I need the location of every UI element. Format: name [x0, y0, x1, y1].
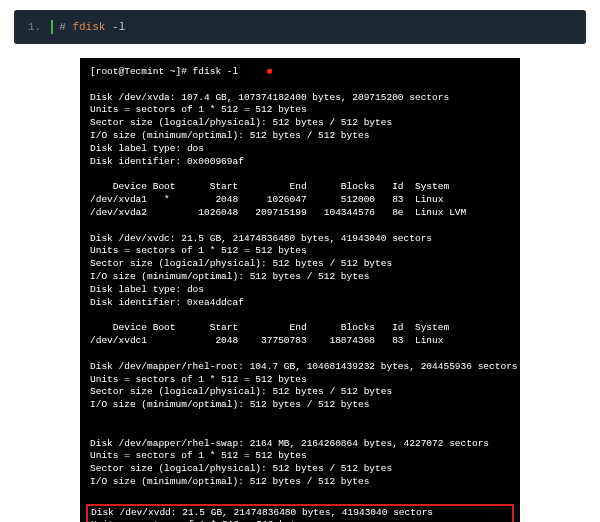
- disk-xvda-header: Disk /dev/xvda: 107.4 GB, 107374182400 b…: [90, 92, 449, 103]
- disk-xvdc-header: Disk /dev/xvdc: 21.5 GB, 21474836480 byt…: [90, 233, 432, 244]
- code-snippet: 1. # fdisk -l: [14, 10, 586, 44]
- partition-table1-row2: /dev/xvda2 1026048 209715199 104344576 8…: [90, 207, 466, 218]
- disk-xvda-io: I/O size (minimum/optimal): 512 bytes / …: [90, 130, 369, 141]
- highlighted-disk-block: Disk /dev/xvdd: 21.5 GB, 21474836480 byt…: [86, 504, 514, 522]
- hash-sign: #: [59, 21, 66, 33]
- shell-prompt: [root@Tecmint ~]# fdisk -l ■: [90, 66, 272, 77]
- mapper-root-header: Disk /dev/mapper/rhel-root: 104.7 GB, 10…: [90, 361, 518, 372]
- highlighted-header: Disk /dev/xvdd: 21.5 GB, 21474836480 byt…: [91, 507, 433, 518]
- partition-table1-row1: /dev/xvda1 * 2048 1026047 512000 83 Linu…: [90, 194, 443, 205]
- command-name: fdisk: [72, 21, 105, 33]
- line-number: 1.: [28, 21, 41, 33]
- mapper-root-units: Units = sectors of 1 * 512 = 512 bytes: [90, 374, 307, 385]
- partition-table2-header: Device Boot Start End Blocks Id System: [90, 322, 449, 333]
- mapper-swap-io: I/O size (minimum/optimal): 512 bytes / …: [90, 476, 369, 487]
- terminal-output: [root@Tecmint ~]# fdisk -l ■ Disk /dev/x…: [80, 58, 520, 522]
- disk-xvda-label: Disk label type: dos: [90, 143, 204, 154]
- disk-xvdc-label: Disk label type: dos: [90, 284, 204, 295]
- partition-table2-row1: /dev/xvdc1 2048 37750783 18874368 83 Lin…: [90, 335, 443, 346]
- mapper-root-io: I/O size (minimum/optimal): 512 bytes / …: [90, 399, 369, 410]
- prompt-text: [root@Tecmint ~]# fdisk -l: [90, 66, 238, 77]
- partition-table1-header: Device Boot Start End Blocks Id System: [90, 181, 449, 192]
- terminal-container: [root@Tecmint ~]# fdisk -l ■ Disk /dev/x…: [0, 58, 600, 522]
- mapper-root-sector: Sector size (logical/physical): 512 byte…: [90, 386, 392, 397]
- code-text: # fdisk -l: [59, 21, 125, 33]
- disk-xvda-units: Units = sectors of 1 * 512 = 512 bytes: [90, 104, 307, 115]
- disk-xvdc-sector: Sector size (logical/physical): 512 byte…: [90, 258, 392, 269]
- cursor-dot-icon: ■: [267, 66, 273, 77]
- mapper-swap-units: Units = sectors of 1 * 512 = 512 bytes: [90, 450, 307, 461]
- disk-xvdc-ident: Disk identifier: 0xea4ddcaf: [90, 297, 244, 308]
- disk-xvda-ident: Disk identifier: 0x000969af: [90, 156, 244, 167]
- mapper-swap-header: Disk /dev/mapper/rhel-swap: 2164 MB, 216…: [90, 438, 489, 449]
- command-flag: -l: [112, 21, 125, 33]
- disk-xvdc-io: I/O size (minimum/optimal): 512 bytes / …: [90, 271, 369, 282]
- cursor-icon: [51, 20, 53, 34]
- disk-xvda-sector: Sector size (logical/physical): 512 byte…: [90, 117, 392, 128]
- mapper-swap-sector: Sector size (logical/physical): 512 byte…: [90, 463, 392, 474]
- disk-xvdc-units: Units = sectors of 1 * 512 = 512 bytes: [90, 245, 307, 256]
